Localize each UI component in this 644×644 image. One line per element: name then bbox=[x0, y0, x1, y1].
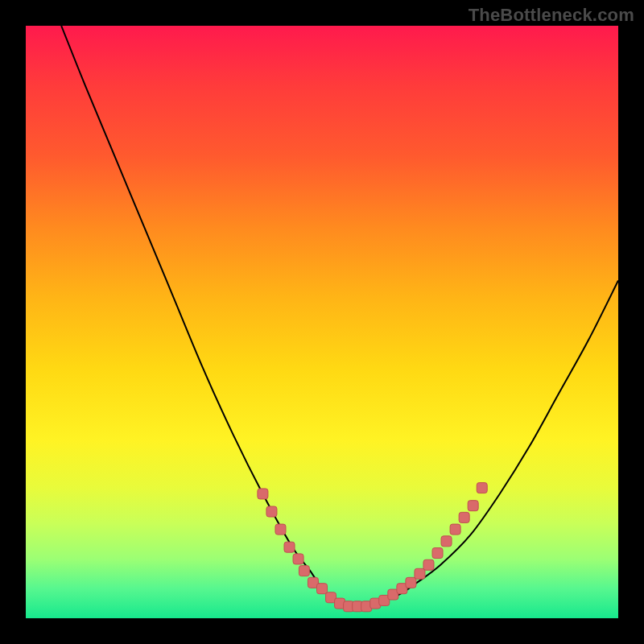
data-marker bbox=[258, 489, 268, 499]
series-right-branch bbox=[357, 280, 618, 606]
series-left-branch bbox=[61, 26, 357, 607]
data-marker bbox=[441, 536, 452, 547]
data-marker bbox=[406, 577, 416, 588]
data-marker bbox=[432, 548, 443, 559]
data-marker bbox=[284, 542, 295, 552]
data-marker bbox=[293, 554, 303, 564]
data-marker bbox=[450, 524, 460, 535]
plot-area bbox=[26, 26, 618, 618]
data-marker bbox=[459, 512, 469, 522]
data-marker bbox=[477, 483, 487, 493]
data-marker bbox=[468, 501, 478, 511]
data-marker bbox=[275, 524, 286, 535]
data-marker bbox=[317, 584, 328, 594]
series-group bbox=[61, 26, 618, 607]
data-marker bbox=[299, 566, 309, 576]
watermark-text: TheBottleneck.com bbox=[469, 5, 634, 26]
marker-group bbox=[258, 483, 487, 612]
data-marker bbox=[423, 559, 434, 570]
data-marker bbox=[415, 568, 425, 579]
chart-svg bbox=[26, 26, 618, 618]
chart-frame: TheBottleneck.com bbox=[0, 0, 644, 644]
data-marker bbox=[266, 506, 277, 517]
